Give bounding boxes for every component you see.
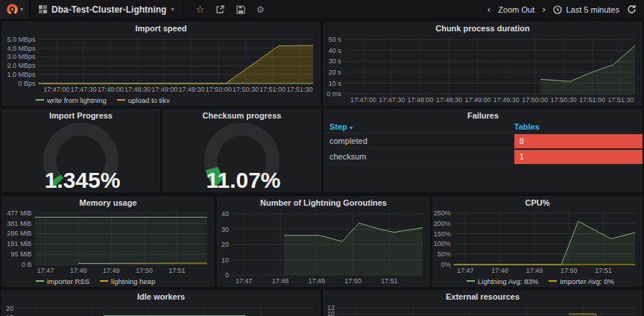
svg-text:95 MiB: 95 MiB — [10, 250, 31, 258]
chunk-duration-chart[interactable]: 17:47:0017:47:3017:48:0017:48:3017:49:00… — [323, 34, 643, 105]
table-header: Step ▾ Tables — [323, 121, 643, 133]
time-shift-back-button[interactable]: ‹ — [487, 4, 490, 15]
panel-title[interactable]: Checksum progress — [162, 109, 321, 121]
svg-text:17:51:00: 17:51:00 — [259, 86, 285, 93]
panel-title[interactable]: Memory usage — [1, 196, 215, 208]
svg-text:17:50:00: 17:50:00 — [522, 96, 548, 104]
grafana-menu-button[interactable]: ▾ — [0, 0, 30, 19]
svg-text:4.0 MBps: 4.0 MBps — [7, 45, 37, 52]
panel-title[interactable]: CPU% — [432, 196, 643, 208]
svg-text:17:47:30: 17:47:30 — [70, 86, 96, 93]
legend-item[interactable]: upload to tikv — [117, 96, 170, 104]
table-row: checksum 1 — [323, 149, 643, 165]
legend-item[interactable]: Importer Avg: 0% — [549, 277, 614, 285]
svg-text:150%: 150% — [434, 230, 451, 238]
svg-text:17:50:00: 17:50:00 — [206, 86, 232, 93]
svg-text:12: 12 — [327, 304, 335, 312]
svg-text:2.0 MBps: 2.0 MBps — [7, 62, 37, 69]
checksum-progress-gauge: 11.07% — [162, 121, 321, 192]
gauge-value: 1.345% — [45, 168, 121, 192]
external-resources-chart[interactable]: 17:4717:4817:4917:5017:511012 — [323, 302, 643, 316]
import-progress-gauge: 1.345% — [1, 121, 160, 192]
svg-text:286 MiB: 286 MiB — [7, 230, 31, 237]
cpu-chart[interactable]: 17:4717:4817:4917:5017:510%50%100%150%20… — [432, 208, 643, 276]
save-dashboard-button[interactable] — [236, 5, 245, 14]
legend-item[interactable]: importer RSS — [36, 277, 89, 285]
column-header-step[interactable]: Step ▾ — [329, 122, 514, 131]
zoom-out-button[interactable]: Zoom Out — [498, 5, 534, 14]
star-dashboard-button[interactable]: ☆ — [195, 4, 204, 15]
svg-text:10: 10 — [221, 256, 229, 264]
time-range-label: Last 5 minutes — [566, 5, 619, 14]
svg-text:17:50:30: 17:50:30 — [233, 86, 259, 93]
column-header-tables[interactable]: Tables — [514, 122, 643, 131]
import-speed-chart[interactable]: 17:47:0017:47:3017:48:0017:48:3017:49:00… — [1, 34, 321, 95]
share-icon — [215, 4, 225, 14]
time-shift-forward-button[interactable]: › — [542, 4, 546, 15]
svg-text:30 s: 30 s — [329, 57, 342, 65]
svg-text:17:47:00: 17:47:00 — [43, 86, 69, 93]
svg-text:17:49: 17:49 — [309, 277, 326, 285]
svg-text:17:47: 17:47 — [236, 277, 253, 285]
save-icon — [236, 5, 245, 14]
svg-text:1.0 MBps: 1.0 MBps — [7, 71, 37, 78]
legend-item[interactable]: write from lightning — [36, 96, 107, 104]
svg-text:17:49:30: 17:49:30 — [493, 96, 520, 104]
svg-text:20: 20 — [221, 241, 229, 248]
refresh-icon — [627, 4, 637, 14]
svg-text:17:48:30: 17:48:30 — [124, 86, 151, 93]
svg-text:17:51:30: 17:51:30 — [286, 86, 312, 93]
time-controls: ‹ Zoom Out › Last 5 minutes — [487, 4, 637, 15]
cpu-legend[interactable]: Lightning Avg: 83%Importer Avg: 0% — [432, 276, 643, 286]
table-row: completed 8 — [323, 133, 643, 149]
panel-title[interactable]: External resources — [323, 290, 643, 302]
panel-title[interactable]: Idle workers — [1, 290, 321, 302]
svg-text:17:48: 17:48 — [70, 267, 87, 274]
share-dashboard-button[interactable] — [215, 4, 225, 14]
svg-text:200%: 200% — [434, 220, 451, 227]
svg-text:17:48: 17:48 — [272, 277, 289, 285]
memory-usage-legend[interactable]: importer RSSlightning heap — [1, 276, 215, 286]
svg-text:40 s: 40 s — [329, 47, 342, 54]
panel-title[interactable]: Number of Lightning Goroutines — [217, 196, 430, 208]
time-range-picker[interactable]: Last 5 minutes — [553, 5, 619, 14]
import-speed-legend[interactable]: write from lightningupload to tikv — [1, 95, 321, 105]
svg-text:477 MiB: 477 MiB — [7, 209, 31, 217]
svg-text:0: 0 — [225, 271, 229, 279]
grafana-dashboard: ▾ Dba-Test-Cluster-Lightning ▾ ☆ — [0, 0, 644, 316]
goroutines-chart[interactable]: 17:4717:4817:4917:5017:51010203040 — [217, 208, 430, 286]
dashboard-settings-button[interactable]: ⚙ — [256, 4, 265, 15]
panel-memory-usage: Memory usage 17:4717:4817:4917:5017:510 … — [1, 196, 215, 287]
svg-text:17:50: 17:50 — [136, 267, 153, 274]
svg-text:17:51:00: 17:51:00 — [579, 96, 605, 104]
cell-tables: 8 — [514, 134, 643, 148]
legend-item[interactable]: lightning heap — [100, 277, 155, 285]
svg-text:17:51: 17:51 — [381, 277, 398, 285]
panel-title[interactable]: Import Progress — [1, 109, 160, 121]
svg-text:250%: 250% — [434, 209, 451, 217]
svg-text:20 s: 20 s — [329, 69, 342, 76]
svg-text:0 B: 0 B — [22, 261, 32, 268]
svg-text:100%: 100% — [434, 240, 451, 247]
panel-import-speed: Import speed 17:47:0017:47:3017:48:0017:… — [1, 22, 321, 106]
svg-text:3.0 MBps: 3.0 MBps — [7, 53, 37, 60]
cell-step: completed — [329, 136, 514, 145]
svg-text:17:48: 17:48 — [491, 267, 508, 274]
legend-item[interactable]: Lightning Avg: 83% — [467, 277, 538, 285]
svg-text:30: 30 — [221, 226, 229, 233]
zoom-out-label: Zoom Out — [498, 5, 534, 14]
panel-goroutines: Number of Lightning Goroutines 17:4717:4… — [217, 196, 430, 287]
cell-tables: 1 — [514, 150, 643, 164]
refresh-button[interactable] — [627, 4, 637, 14]
dashboard-picker[interactable]: Dba-Test-Cluster-Lightning ▾ — [30, 0, 183, 19]
caret-down-icon: ▾ — [171, 7, 174, 13]
panel-title[interactable]: Failures — [323, 109, 643, 121]
memory-usage-chart[interactable]: 17:4717:4817:4917:5017:510 B95 MiB191 Mi… — [1, 208, 215, 276]
svg-text:191 MiB: 191 MiB — [7, 240, 31, 247]
panel-failures: Failures Step ▾ Tables completed 8 check… — [323, 109, 643, 192]
grafana-logo-icon — [6, 3, 19, 16]
panel-title[interactable]: Import speed — [1, 22, 321, 34]
panel-title[interactable]: Chunk process duration — [323, 22, 643, 34]
gauge-value: 11.07% — [206, 168, 280, 192]
idle-workers-chart[interactable]: 17:4717:4817:4917:5017:511520 — [1, 302, 321, 316]
